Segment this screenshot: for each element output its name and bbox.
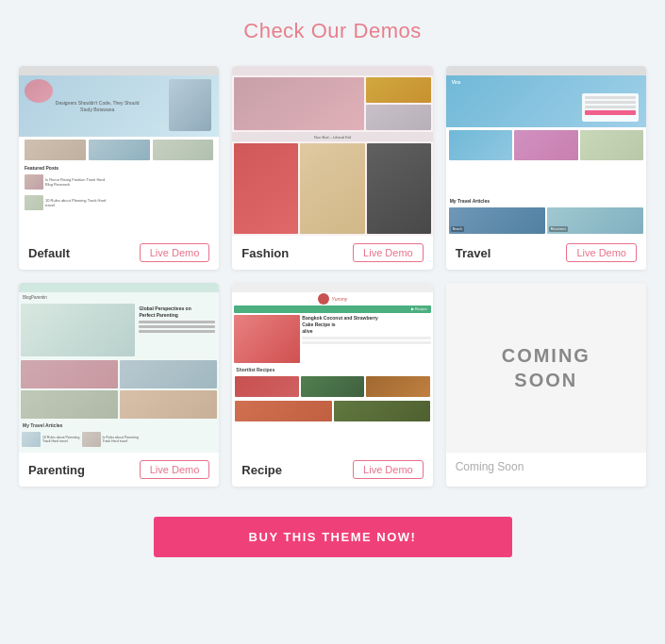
demo-live-btn-recipe[interactable]: Live Demo (353, 460, 424, 479)
demo-footer-fashion: Fashion Live Demo (232, 236, 432, 270)
demo-footer-coming-soon: Coming Soon (446, 453, 646, 481)
buy-button-wrap: BUY THIS THEME NOW! (19, 517, 646, 557)
demo-card-travel: Vira My Travel Articles Be (446, 66, 646, 270)
page-title: Check Our Demos (243, 19, 421, 43)
demo-name-default: Default (28, 246, 70, 260)
demo-card-coming-soon: COMINGSOON Coming Soon (446, 283, 646, 487)
demo-name-fashion: Fashion (241, 246, 289, 260)
demo-live-btn-travel[interactable]: Live Demo (566, 243, 637, 262)
demo-card-parenting: BlogParentin Global Perspectives onPerfe… (19, 283, 219, 487)
demo-live-btn-parenting[interactable]: Live Demo (140, 460, 210, 479)
coming-soon-text: COMINGSOON (502, 343, 590, 392)
demo-name-travel: Travel (456, 246, 491, 260)
demos-grid: Designers Shouldn't Code, They ShouldStu… (19, 66, 646, 487)
demo-preview-travel: Vira My Travel Articles Be (446, 66, 646, 236)
demo-name-coming-soon: Coming Soon (456, 460, 524, 473)
demo-footer-recipe: Recipe Live Demo (232, 453, 432, 487)
demo-card-default: Designers Shouldn't Code, They ShouldStu… (19, 66, 219, 270)
demo-preview-recipe: Yummy ▶ Recipes Bangkok Coconut and Stra… (232, 283, 432, 453)
demo-preview-default: Designers Shouldn't Code, They ShouldStu… (19, 66, 219, 236)
demo-preview-fashion: Non Bod – Liberal Kid (232, 66, 432, 236)
demo-card-recipe: Yummy ▶ Recipes Bangkok Coconut and Stra… (232, 283, 432, 487)
demo-live-btn-fashion[interactable]: Live Demo (353, 243, 424, 262)
demo-name-recipe: Recipe (241, 463, 282, 477)
demo-name-parenting: Parenting (28, 463, 85, 477)
demo-live-btn-default[interactable]: Live Demo (140, 243, 210, 262)
demo-card-fashion: Non Bod – Liberal Kid Fashion Live Demo (232, 66, 432, 270)
demo-preview-coming-soon: COMINGSOON (446, 283, 646, 453)
demo-footer-default: Default Live Demo (19, 236, 219, 270)
buy-theme-button[interactable]: BUY THIS THEME NOW! (154, 517, 512, 557)
demo-footer-parenting: Parenting Live Demo (19, 453, 219, 487)
demo-preview-parenting: BlogParentin Global Perspectives onPerfe… (19, 283, 219, 453)
demo-footer-travel: Travel Live Demo (446, 236, 646, 270)
